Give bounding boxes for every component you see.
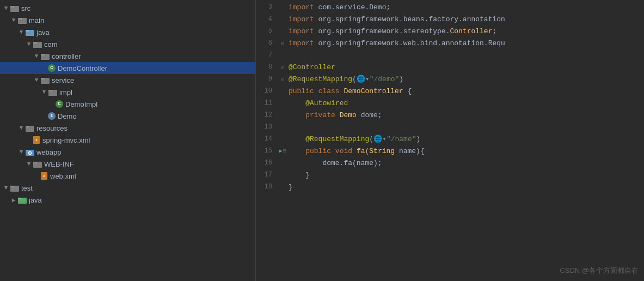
folder-icon-controller <box>40 52 50 60</box>
tree-item-impl[interactable]: ▼ impl <box>0 86 255 98</box>
tree-item-main[interactable]: ▼ main <box>0 14 255 26</box>
line-num-16: 16 <box>256 159 278 167</box>
tree-label-resources: resources <box>36 124 68 132</box>
svg-rect-17 <box>26 150 29 151</box>
svg-rect-7 <box>33 42 37 44</box>
tree-label-impl: impl <box>59 88 72 96</box>
tree-item-web-inf[interactable]: ▼ WEB-INF <box>0 158 255 170</box>
line-num-12: 12 <box>256 111 278 119</box>
line-num-7: 7 <box>256 51 278 59</box>
code-line-12: 12 private Demo dome; <box>256 109 644 121</box>
run-icon-15: ▶ <box>279 148 282 154</box>
tree-label-service: service <box>52 76 74 84</box>
code-line-10: 10 public class DemoController { <box>256 85 644 97</box>
line-content-17: } <box>287 171 644 179</box>
code-line-17: 17 } <box>256 169 644 181</box>
xml-icon-spring-mvc: X <box>33 136 40 144</box>
code-editor[interactable]: 3 import com.service.Demo; 4 import org.… <box>256 0 644 281</box>
arrow-webapp: ▼ <box>17 149 25 155</box>
line-content-12: private Demo dome; <box>287 111 644 119</box>
tree-item-service[interactable]: ▼ service <box>0 74 255 86</box>
tree-item-demo[interactable]: I Demo <box>0 110 255 122</box>
tree-item-spring-mvc[interactable]: X spring-mvc.xml <box>0 134 255 146</box>
tree-label-web-xml: web.xml <box>50 172 76 180</box>
arrow-main: ▼ <box>10 17 17 23</box>
arrow-impl: ▼ <box>40 89 48 95</box>
tree-item-src[interactable]: ▼ src <box>0 2 255 14</box>
folder-icon-java2 <box>17 196 27 204</box>
file-tree[interactable]: ▼ src ▼ main ▼ java ▼ com ▼ <box>0 0 256 281</box>
line-content-10: public class DemoController { <box>287 87 644 95</box>
arrow-service: ▼ <box>33 77 40 83</box>
svg-rect-24 <box>10 186 14 187</box>
folder-icon-resources <box>25 124 35 132</box>
arrow-resources: ▼ <box>17 125 25 131</box>
tree-label-main: main <box>29 16 44 25</box>
tree-item-com[interactable]: ▼ com <box>0 38 255 50</box>
arrow-java2: ▶ <box>10 197 17 204</box>
line-num-4: 4 <box>256 15 278 23</box>
line-num-18: 18 <box>256 183 278 191</box>
line-num-13: 13 <box>256 123 278 131</box>
code-line-9: 9 ⊟ @RequestMapping(🌐▾"/demo") <box>256 73 644 85</box>
arrow-controller: ▼ <box>33 53 40 59</box>
line-content-18: } <box>287 183 644 191</box>
code-line-3: 3 import com.service.Demo; <box>256 1 644 13</box>
code-lines: 3 import com.service.Demo; 4 import org.… <box>256 0 644 193</box>
line-content-14: @RequestMapping(🌐▾"/name") <box>287 135 644 143</box>
code-line-8: 8 ⊟ @Controller <box>256 61 644 73</box>
fold-icon-8: ⊟ <box>281 64 285 71</box>
line-content-8: @Controller <box>287 63 644 71</box>
arrow-test: ▼ <box>2 185 10 191</box>
tree-item-demoimpl[interactable]: C DemoImpl <box>0 98 255 110</box>
code-line-15: 15 ▶ ⊟ public void fa(String name){ <box>256 145 644 157</box>
line-content-11: @Autowired <box>287 99 644 107</box>
tree-item-java2[interactable]: ▶ java <box>0 194 255 206</box>
code-line-16: 16 dome.fa(name); <box>256 157 644 169</box>
code-line-7: 7 <box>256 49 644 61</box>
line-content-15: public void fa(String name){ <box>287 147 644 155</box>
fold-icon-9: ⊟ <box>281 76 285 83</box>
code-line-18: 18 } <box>256 181 644 193</box>
code-line-4: 4 import org.springframework.beans.facto… <box>256 13 644 25</box>
folder-icon-com <box>33 40 42 48</box>
line-num-5: 5 <box>256 27 278 35</box>
tree-item-test[interactable]: ▼ test <box>0 182 255 194</box>
gutter-15: ▶ ⊟ <box>278 148 287 154</box>
tree-label-java: java <box>36 28 50 36</box>
line-num-8: 8 <box>256 63 278 71</box>
tree-label-demo: Demo <box>58 112 77 120</box>
tree-label-java2: java <box>29 196 42 204</box>
tree-item-resources[interactable]: ▼ resources <box>0 122 255 134</box>
folder-icon-impl <box>48 88 58 96</box>
tree-item-controller[interactable]: ▼ controller <box>0 50 255 62</box>
line-num-14: 14 <box>256 135 278 143</box>
svg-rect-1 <box>10 6 14 8</box>
watermark: CSDN @各个方面都自在 <box>560 266 639 276</box>
line-num-17: 17 <box>256 171 278 179</box>
tree-label-democontroller: DemoController <box>58 64 107 72</box>
tree-item-webapp[interactable]: ▼ webapp <box>0 146 255 158</box>
svg-rect-13 <box>48 90 52 91</box>
arrow-java: ▼ <box>17 29 25 35</box>
gutter-6: ⊟ <box>278 40 287 47</box>
folder-icon-web-inf <box>33 160 42 168</box>
tree-item-democontroller[interactable]: C DemoController <box>0 62 255 74</box>
line-num-3: 3 <box>256 3 278 11</box>
tree-item-web-xml[interactable]: X web.xml <box>0 170 255 182</box>
class-icon-demoimpl: C <box>56 100 63 108</box>
svg-rect-15 <box>26 126 29 127</box>
svg-rect-9 <box>41 54 45 56</box>
line-content-16: dome.fa(name); <box>287 159 644 167</box>
svg-rect-26 <box>18 198 22 199</box>
line-num-11: 11 <box>256 99 278 107</box>
tree-item-java[interactable]: ▼ java <box>0 26 255 38</box>
arrow-web-inf: ▼ <box>25 161 33 167</box>
folder-icon-webapp <box>25 148 35 156</box>
tree-label-demoimpl: DemoImpl <box>65 100 97 108</box>
fold-icon-6: ⊟ <box>281 40 285 47</box>
folder-icon-test <box>10 184 20 192</box>
line-num-10: 10 <box>256 87 278 95</box>
line-content-3: import com.service.Demo; <box>287 3 644 11</box>
svg-rect-11 <box>41 78 45 80</box>
